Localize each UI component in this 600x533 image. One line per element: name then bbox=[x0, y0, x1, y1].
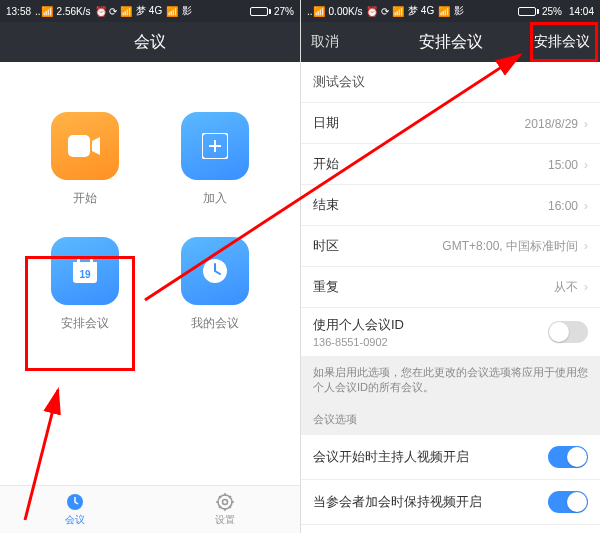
status-net: 2.56K/s bbox=[57, 6, 91, 17]
status-time: 13:58 bbox=[6, 6, 31, 17]
section-options: 会议选项 bbox=[301, 404, 600, 435]
switch-personal-id[interactable] bbox=[548, 321, 588, 343]
row-password[interactable]: 会议密码 (可选)› bbox=[301, 525, 600, 533]
chevron-right-icon: › bbox=[584, 199, 588, 213]
svg-rect-5 bbox=[90, 259, 93, 265]
battery-icon bbox=[250, 7, 271, 16]
chevron-right-icon: › bbox=[584, 280, 588, 294]
clock-tab-icon bbox=[66, 493, 84, 511]
nav-title: 会议 bbox=[134, 32, 166, 53]
row-timezone[interactable]: 时区 GMT+8:00, 中国标准时间› bbox=[301, 226, 600, 267]
topic-input[interactable]: 测试会议 bbox=[301, 62, 600, 103]
switch-host-video[interactable] bbox=[548, 446, 588, 468]
row-attendee-video: 当参会者加会时保持视频开启 bbox=[301, 480, 600, 525]
status-carrier: 梦 4G bbox=[136, 4, 162, 18]
svg-point-10 bbox=[223, 499, 228, 504]
status-bar: 13:58 ..📶 2.56K/s ⏰ ⟳ 📶 梦 4G 📶 影 27% bbox=[0, 0, 300, 22]
switch-attendee-video[interactable] bbox=[548, 491, 588, 513]
svg-rect-0 bbox=[68, 135, 90, 157]
row-date[interactable]: 日期 2018/8/29› bbox=[301, 103, 600, 144]
cancel-button[interactable]: 取消 bbox=[311, 33, 339, 51]
svg-text:19: 19 bbox=[79, 269, 91, 280]
plus-icon bbox=[202, 133, 228, 159]
clock-icon bbox=[201, 257, 229, 285]
row-start[interactable]: 开始 15:00› bbox=[301, 144, 600, 185]
tile-my-meetings[interactable]: 我的会议 bbox=[150, 237, 280, 332]
screen-home: 13:58 ..📶 2.56K/s ⏰ ⟳ 📶 梦 4G 📶 影 27% 会议 bbox=[0, 0, 300, 533]
tile-start[interactable]: 开始 bbox=[20, 112, 150, 207]
row-host-video: 会议开始时主持人视频开启 bbox=[301, 435, 600, 480]
nav-title: 安排会议 bbox=[419, 32, 483, 53]
video-icon bbox=[68, 135, 102, 157]
svg-rect-3 bbox=[73, 262, 97, 268]
schedule-form: 测试会议 日期 2018/8/29› 开始 15:00› 结束 16:00› 时… bbox=[301, 62, 600, 533]
svg-rect-4 bbox=[77, 259, 80, 265]
chevron-right-icon: › bbox=[584, 158, 588, 172]
tile-schedule[interactable]: 19 安排会议 bbox=[20, 237, 150, 332]
chevron-right-icon: › bbox=[584, 239, 588, 253]
row-repeat[interactable]: 重复 从不› bbox=[301, 267, 600, 308]
pid-hint: 如果启用此选项，您在此更改的会议选项将应用于使用您个人会议ID的所有会议。 bbox=[301, 357, 600, 404]
calendar-icon: 19 bbox=[71, 257, 99, 285]
tile-join[interactable]: 加入 bbox=[150, 112, 280, 207]
status-battery: 27% bbox=[274, 6, 294, 17]
nav-bar-home: 会议 bbox=[0, 22, 300, 62]
status-bar-2: ..📶 0.00K/s ⏰ ⟳ 📶 梦 4G 📶 影 25% 14:04 bbox=[301, 0, 600, 22]
row-end[interactable]: 结束 16:00› bbox=[301, 185, 600, 226]
bottom-tabs: 会议 设置 bbox=[0, 485, 300, 533]
nav-bar-schedule: 取消 安排会议 安排会议 bbox=[301, 22, 600, 62]
screen-schedule: ..📶 0.00K/s ⏰ ⟳ 📶 梦 4G 📶 影 25% 14:04 取消 … bbox=[300, 0, 600, 533]
gear-icon bbox=[216, 493, 234, 511]
tab-settings[interactable]: 设置 bbox=[150, 486, 300, 533]
battery-icon bbox=[518, 7, 539, 16]
row-personal-id: 使用个人会议ID 136-8551-0902 bbox=[301, 308, 600, 357]
schedule-action-button[interactable]: 安排会议 bbox=[534, 33, 590, 51]
tab-meeting[interactable]: 会议 bbox=[0, 486, 150, 533]
status-time: 14:04 bbox=[569, 6, 594, 17]
chevron-right-icon: › bbox=[584, 117, 588, 131]
